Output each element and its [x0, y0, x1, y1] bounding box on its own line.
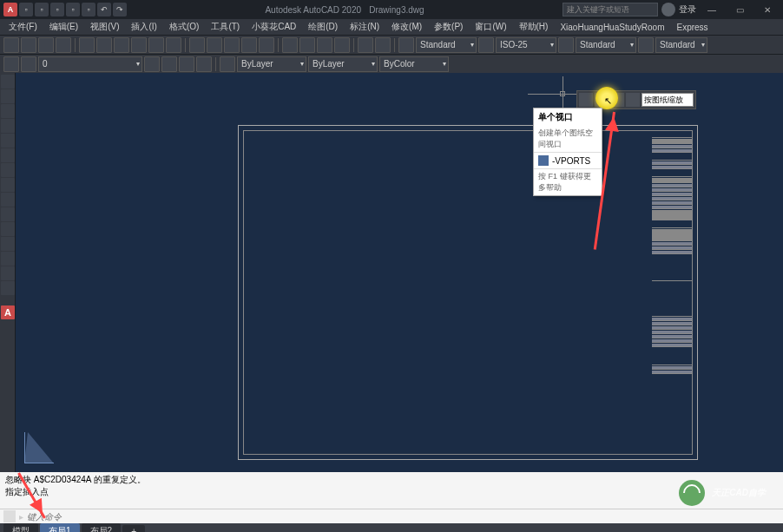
menu-xhhroom[interactable]: XiaoHuangHuaStudyRoom — [555, 22, 669, 33]
maximize-button[interactable]: ▭ — [727, 3, 752, 16]
title-text: Autodesk AutoCAD 2020 Drawing3.dwg — [127, 4, 563, 15]
menu-xhh[interactable]: 小葵花CAD — [247, 20, 301, 34]
viewport-icon-4[interactable] — [626, 93, 640, 107]
login-label[interactable]: 登录 — [679, 3, 696, 16]
rect-tool-icon[interactable] — [1, 134, 15, 148]
menu-tools[interactable]: 工具(T) — [206, 20, 245, 34]
menu-window[interactable]: 窗口(W) — [470, 20, 511, 34]
menu-format[interactable]: 格式(O) — [164, 20, 204, 34]
mleader-style-icon[interactable] — [638, 37, 654, 53]
tb-icon-1[interactable] — [3, 37, 19, 53]
cmd-history-line: 忽略块 A$C2D03424A 的重复定义。 — [5, 474, 778, 486]
tab-model[interactable]: 模型 — [3, 523, 38, 532]
menu-param[interactable]: 参数(P) — [429, 20, 468, 34]
layer-dropdown[interactable]: 0 — [38, 56, 142, 72]
tb-icon-2[interactable] — [21, 37, 36, 53]
save-icon[interactable]: ▫ — [50, 3, 64, 16]
tb-icon-6[interactable] — [96, 37, 112, 53]
app-logo[interactable]: A — [3, 3, 17, 16]
user-avatar-icon[interactable] — [661, 3, 675, 16]
tb-icon-19[interactable] — [334, 37, 350, 53]
tb-icon-7[interactable] — [114, 37, 129, 53]
table-style-icon[interactable] — [558, 37, 574, 53]
command-input[interactable] — [27, 512, 780, 522]
tb-icon-21[interactable] — [375, 37, 391, 53]
help-search[interactable]: 建入关键字或短语 — [563, 3, 658, 16]
new-icon[interactable]: ▫ — [19, 3, 33, 16]
boundary-tool-icon[interactable] — [1, 266, 15, 280]
title-block-row — [652, 161, 692, 165]
tb-icon-20[interactable] — [358, 37, 373, 53]
drawing-canvas[interactable]: 按图纸缩放 ↖ 单个视口 创建单个图纸空间视口 -VPORTS 按 F1 键获得… — [16, 73, 783, 472]
donut-tool-icon[interactable] — [1, 281, 15, 295]
tb-icon-15[interactable] — [259, 37, 274, 53]
crosshair-pickbox — [560, 91, 565, 96]
plot-icon[interactable]: ▫ — [82, 3, 95, 16]
tab-add[interactable]: + — [122, 525, 145, 533]
block-tool-icon[interactable] — [1, 207, 15, 221]
saveas-icon[interactable]: ▫ — [66, 3, 80, 16]
menu-modify[interactable]: 修改(M) — [386, 20, 427, 34]
hatch-tool-icon[interactable] — [1, 163, 15, 177]
tb-icon-12[interactable] — [207, 37, 222, 53]
dim-style-dropdown[interactable]: ISO-25 — [496, 37, 556, 53]
tb-icon-4[interactable] — [56, 37, 71, 53]
tb-icon-11[interactable] — [189, 37, 205, 53]
text-style-dropdown[interactable]: Standard — [416, 37, 477, 53]
redo-icon[interactable]: ↷ — [113, 3, 127, 16]
region-tool-icon[interactable] — [1, 252, 15, 266]
minimize-button[interactable]: — — [700, 3, 724, 16]
mleader-style-dropdown[interactable]: Standard — [655, 37, 707, 53]
tb-icon-10[interactable] — [166, 37, 181, 53]
layer-prop-icon[interactable] — [3, 56, 19, 72]
close-button[interactable]: ✕ — [755, 3, 780, 16]
tb-icon-5[interactable] — [79, 37, 95, 53]
polyline-tool-icon[interactable] — [1, 89, 15, 103]
menu-dim[interactable]: 标注(N) — [345, 20, 385, 34]
table-style-dropdown[interactable]: Standard — [576, 37, 636, 53]
table-tool-icon[interactable] — [1, 237, 15, 251]
tab-layout1[interactable]: 布局1 — [40, 523, 80, 532]
tb-icon-17[interactable] — [299, 37, 315, 53]
open-icon[interactable]: ▫ — [35, 3, 49, 16]
layer-state-icon[interactable] — [21, 56, 36, 72]
menu-view[interactable]: 视图(V) — [85, 20, 124, 34]
ellipse-tool-icon[interactable] — [1, 148, 15, 162]
menu-express[interactable]: Express — [671, 22, 713, 33]
tb-icon-13[interactable] — [224, 37, 240, 53]
text-style-icon[interactable] — [398, 37, 414, 53]
command-input-row[interactable]: ▸ — [0, 509, 783, 523]
tb-icon-16[interactable] — [282, 37, 298, 53]
color-dropdown[interactable]: ByLayer — [237, 56, 306, 72]
menu-edit[interactable]: 编辑(E) — [44, 20, 83, 34]
line-tool-icon[interactable] — [1, 75, 15, 89]
viewport-scale-dropdown[interactable]: 按图纸缩放 — [642, 93, 694, 107]
menu-help[interactable]: 帮助(H) — [514, 20, 554, 34]
tab-layout2[interactable]: 布局2 — [82, 523, 122, 532]
tb-icon-14[interactable] — [241, 37, 257, 53]
layer-icon-c[interactable] — [179, 56, 194, 72]
tb-icon-8[interactable] — [131, 37, 147, 53]
tb-icon-3[interactable] — [38, 37, 54, 53]
lineweight-dropdown[interactable]: ByColor — [379, 56, 449, 72]
tb-icon-18[interactable] — [317, 37, 332, 53]
title-block-row — [652, 344, 692, 347]
circle-tool-icon[interactable] — [1, 104, 15, 118]
color-icon[interactable] — [220, 56, 235, 72]
arc-tool-icon[interactable] — [1, 119, 15, 133]
app-badge-icon[interactable]: A — [1, 305, 15, 319]
viewport-icon-1[interactable] — [579, 93, 593, 107]
dim-style-icon[interactable] — [478, 37, 494, 53]
spline-tool-icon[interactable] — [1, 178, 15, 192]
layer-icon-b[interactable] — [161, 56, 177, 72]
text-tool-icon[interactable] — [1, 222, 15, 236]
menu-file[interactable]: 文件(F) — [3, 20, 43, 34]
menu-draw[interactable]: 绘图(D) — [303, 20, 343, 34]
layer-icon-d[interactable] — [196, 56, 212, 72]
undo-icon[interactable]: ↶ — [97, 3, 111, 16]
point-tool-icon[interactable] — [1, 193, 15, 207]
menu-insert[interactable]: 插入(I) — [126, 20, 161, 34]
layer-icon-a[interactable] — [144, 56, 160, 72]
linetype-dropdown[interactable]: ByLayer — [308, 56, 378, 72]
tb-icon-9[interactable] — [148, 37, 164, 53]
